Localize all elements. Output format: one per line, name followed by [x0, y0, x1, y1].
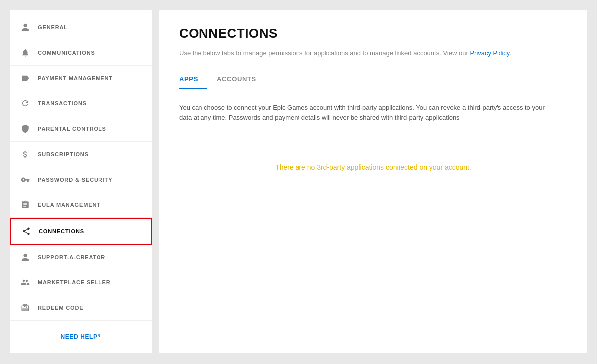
page-title: CONNECTIONS	[179, 26, 567, 41]
clipboard-icon	[20, 199, 31, 210]
bell-icon	[20, 47, 31, 58]
sidebar-item-support-a-creator[interactable]: Support-A-Creator	[10, 245, 152, 270]
tab-content-apps: You can choose to connect your Epic Game…	[179, 103, 567, 191]
sidebar-item-communications[interactable]: Communications	[10, 40, 152, 66]
tab-accounts[interactable]: ACCOUNTS	[217, 70, 265, 89]
marketplace-icon	[20, 277, 31, 288]
sidebar-footer: Need Help?	[10, 325, 152, 348]
sidebar-item-label-subscriptions: Subscriptions	[38, 151, 89, 157]
app-container: General Communications Payment Managemen…	[10, 10, 587, 353]
sidebar-item-subscriptions[interactable]: Subscriptions	[10, 142, 152, 167]
sidebar-item-general[interactable]: General	[10, 15, 152, 40]
tab-description: You can choose to connect your Epic Game…	[179, 103, 557, 124]
tag-icon	[20, 73, 31, 84]
sidebar-item-parental-controls[interactable]: Parental Controls	[10, 116, 152, 142]
tab-apps[interactable]: APPS	[179, 70, 207, 89]
key-icon	[20, 174, 31, 185]
sidebar-item-eula-management[interactable]: EULA Management	[10, 192, 152, 218]
sidebar-item-label-marketplace-seller: Marketplace Seller	[38, 279, 111, 285]
sidebar-item-connections[interactable]: Connections	[10, 218, 152, 245]
sidebar-item-label-eula-management: EULA Management	[38, 202, 100, 208]
description-text: Use the below tabs to manage permissions…	[179, 49, 468, 57]
sidebar-item-label-parental-controls: Parental Controls	[38, 126, 106, 132]
need-help-link[interactable]: Need Help?	[60, 333, 101, 340]
sidebar-nav: General Communications Payment Managemen…	[10, 15, 152, 325]
share-icon	[21, 226, 32, 237]
main-content: CONNECTIONS Use the below tabs to manage…	[159, 10, 587, 353]
sidebar-item-label-communications: Communications	[38, 50, 95, 56]
sidebar-item-marketplace-seller[interactable]: Marketplace Seller	[10, 270, 152, 295]
person-icon	[20, 22, 31, 33]
sidebar-item-label-transactions: Transactions	[38, 100, 87, 106]
refresh-icon	[20, 98, 31, 109]
sidebar-item-password-security[interactable]: Password & Security	[10, 167, 152, 192]
shield-icon	[20, 123, 31, 134]
tabs-container: APPS ACCOUNTS	[179, 70, 567, 89]
sidebar-item-transactions[interactable]: Transactions	[10, 91, 152, 116]
gift-icon	[20, 302, 31, 313]
sidebar-item-label-payment-management: Payment Management	[38, 75, 113, 81]
empty-state-message: There are no 3rd-party applications conn…	[179, 143, 567, 191]
dollar-icon	[20, 149, 31, 160]
sidebar-item-payment-management[interactable]: Payment Management	[10, 66, 152, 91]
sidebar-item-label-connections: Connections	[39, 228, 84, 234]
sidebar: General Communications Payment Managemen…	[10, 10, 152, 353]
sidebar-item-label-general: General	[38, 24, 68, 30]
support-creator-icon	[20, 252, 31, 263]
page-description: Use the below tabs to manage permissions…	[179, 48, 567, 58]
sidebar-item-redeem-code[interactable]: Redeem Code	[10, 295, 152, 321]
sidebar-item-label-redeem-code: Redeem Code	[38, 305, 84, 311]
privacy-policy-link[interactable]: Privacy Policy	[470, 49, 509, 57]
sidebar-item-label-password-security: Password & Security	[38, 177, 112, 182]
sidebar-item-label-support-a-creator: Support-A-Creator	[38, 254, 105, 260]
